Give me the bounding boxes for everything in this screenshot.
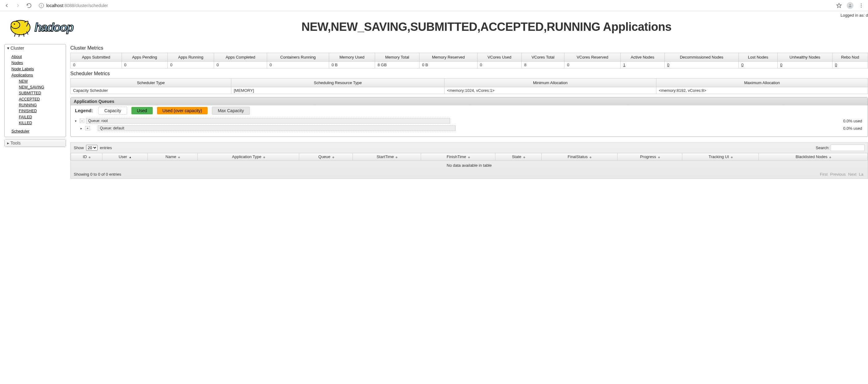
sidebar-link-nodes[interactable]: Nodes [11,60,63,66]
cm-cell: 0 [167,62,214,68]
svg-point-2 [861,3,862,4]
profile-avatar-icon[interactable] [846,1,855,10]
cm-cell: 0 [832,62,868,68]
cm-cell: 0 B [329,62,375,68]
queue-bar[interactable]: Queue: default [98,126,456,131]
more-menu-icon[interactable] [857,1,866,10]
cm-header: VCores Used [477,53,522,62]
queue-row-root: ▾ − Queue: root 0.0% used [75,118,863,124]
cm-link[interactable]: 1 [623,63,625,67]
sm-cell: <memory:8192, vCores:8> [656,87,868,94]
sidebar-panel-tools: ▸ Tools [4,139,66,147]
address-bar[interactable]: i localhost:8088/cluster/scheduler [36,2,832,9]
pager-previous[interactable]: Previous [830,172,846,177]
reload-button[interactable] [25,1,33,10]
sidebar: ▾ Cluster AboutNodesNode LabelsApplicati… [4,44,66,179]
svg-text:hadoop: hadoop [35,21,73,34]
cm-cell: 0 [267,62,329,68]
queue-expand-icon[interactable]: − [80,119,84,123]
page-header: hadoop NEW,NEW_SAVING,SUBMITTED,ACCEPTED… [0,11,868,41]
sidebar-sublink-killed[interactable]: KILLED [19,120,63,126]
cluster-metrics-table: Apps SubmittedApps PendingApps RunningAp… [70,53,868,68]
bookmark-star-icon[interactable] [835,1,843,10]
apps-header[interactable]: Blacklisted Nodes ◆ [759,153,868,161]
apps-header[interactable]: Application Type ◆ [197,153,299,161]
sidebar-head-tools[interactable]: ▸ Tools [5,139,66,147]
cm-header: Containers Running [267,53,329,62]
site-info-icon[interactable]: i [39,3,44,8]
cm-cell: 1 [621,62,664,68]
sidebar-sublink-finished[interactable]: FINISHED [19,108,63,114]
forward-button[interactable] [13,1,22,10]
section-scheduler-metrics: Scheduler Metrics [70,71,868,76]
legend-chip-capacity: Capacity [98,107,127,115]
svg-point-7 [14,24,15,25]
sidebar-sublink-running[interactable]: RUNNING [19,102,63,108]
sm-cell: <memory:1024, vCores:1> [444,87,656,94]
apps-header[interactable]: Tracking UI ◆ [682,153,759,161]
pager-next[interactable]: Next [848,172,857,177]
queue-expand-icon[interactable]: + [86,126,90,130]
sm-header: Scheduler Type [71,79,231,87]
chevron-right-icon: ▸ [7,141,9,145]
cm-link[interactable]: 0 [667,63,669,67]
cm-cell: 0 [71,62,122,68]
browser-chrome: i localhost:8088/cluster/scheduler [0,0,868,11]
section-cluster-metrics: Cluster Metrics [70,45,868,51]
apps-header[interactable]: State ◆ [495,153,541,161]
apps-header[interactable]: User ▲ [102,153,148,161]
sidebar-link-node-labels[interactable]: Node Labels [11,66,63,72]
chevron-down-icon: ▾ [7,46,9,50]
app-queues-header: Application Queues [71,97,868,105]
cm-link[interactable]: 0 [835,63,837,67]
pager: FirstPreviousNextLa [819,172,865,177]
apps-search-input[interactable] [831,144,865,151]
pager-la[interactable]: La [859,172,863,177]
sidebar-sublink-accepted[interactable]: ACCEPTED [19,97,63,102]
queue-toggle-icon[interactable]: ▾ [75,119,78,123]
sidebar-sublink-submitted[interactable]: SUBMITTED [19,90,63,96]
apps-header[interactable]: Progress ◆ [617,153,682,161]
page-title: NEW,NEW_SAVING,SUBMITTED,ACCEPTED,RUNNIN… [109,20,864,34]
show-entries-label: Show 20 entries [74,145,112,151]
cm-header: Apps Running [167,53,214,62]
apps-header[interactable]: StartTime ◆ [353,153,421,161]
svg-marker-0 [837,3,841,7]
main-content: Cluster Metrics Apps SubmittedApps Pendi… [70,44,868,179]
apps-search: Search: [816,144,865,151]
legend-label: Legend: [75,108,93,113]
cm-header: Memory Reserved [420,53,477,62]
apps-table-panel: Show 20 entries Search: ID ◆User ▲Name ◆… [70,142,868,179]
apps-header[interactable]: ID ◆ [71,153,102,161]
svg-point-6 [11,21,20,29]
cm-cell: 8 [522,62,564,68]
cm-header: Memory Used [329,53,375,62]
apps-header[interactable]: FinalStatus ◆ [541,153,617,161]
sidebar-sublink-new[interactable]: NEW [19,79,63,84]
cm-link[interactable]: 0 [780,63,782,67]
apps-header[interactable]: Name ◆ [148,153,197,161]
sidebar-sublink-failed[interactable]: FAILED [19,114,63,120]
apps-header[interactable]: Queue ◆ [299,153,353,161]
cm-link[interactable]: 0 [741,63,743,67]
page-size-select[interactable]: 20 [86,145,97,151]
svg-point-4 [861,7,862,7]
sidebar-link-scheduler[interactable]: Scheduler [11,128,30,134]
queue-toggle-icon[interactable]: ▸ [81,127,84,130]
queue-tree: ▾ − Queue: root 0.0% used ▸ + Queue: def… [71,115,868,137]
back-button[interactable] [2,1,11,10]
sidebar-head-cluster[interactable]: ▾ Cluster [5,44,66,52]
pager-first[interactable]: First [820,172,828,177]
queue-bar[interactable]: Queue: root [86,118,450,124]
sidebar-link-applications[interactable]: Applications [11,72,63,78]
sm-cell: Capacity Scheduler [71,87,231,94]
sidebar-sublink-new_saving[interactable]: NEW_SAVING [19,84,63,90]
cm-header: Rebo Nod [832,53,868,62]
scheduler-metrics-table: Scheduler TypeScheduling Resource TypeMi… [70,78,868,94]
sidebar-link-about[interactable]: About [11,54,63,60]
apps-table: ID ◆User ▲Name ◆Application Type ◆Queue … [71,153,868,170]
cm-header: Decommissioned Nodes [664,53,739,62]
sidebar-panel-cluster: ▾ Cluster AboutNodesNode LabelsApplicati… [4,44,66,137]
sm-header: Minimum Allocation [444,79,656,87]
apps-header[interactable]: FinishTime ◆ [421,153,495,161]
